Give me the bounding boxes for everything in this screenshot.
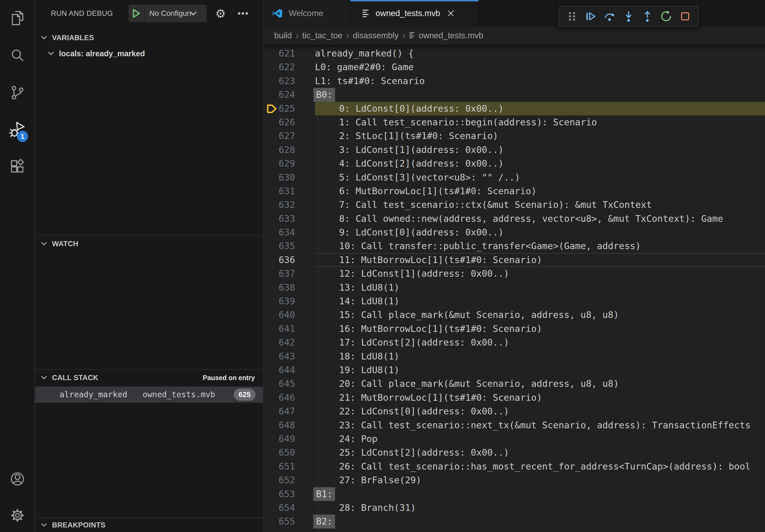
code-text[interactable]: 7: Call test_scenario::ctx(&mut Scenario… [308,198,652,212]
variables-scope-row[interactable]: locals: already_marked [35,46,263,61]
line-number[interactable]: 635 [264,239,308,253]
search-icon[interactable] [9,47,26,64]
line-number[interactable]: 624 [264,88,308,102]
line-number[interactable]: 636 [264,253,308,267]
line-number[interactable]: 627 [264,129,308,143]
line-number[interactable]: 630 [264,171,308,184]
code-text[interactable]: 19: LdU8(1) [308,363,399,377]
line-number[interactable]: 655 [264,515,308,528]
code-text[interactable]: 6: MutBorrowLoc[1](ts#1#0: Scenario) [308,184,537,198]
drag-handle-icon[interactable] [565,10,579,23]
line-number[interactable]: 649 [264,432,308,446]
line-number[interactable]: 628 [264,143,308,157]
code-text[interactable]: B0: [308,88,335,102]
line-number[interactable]: 637 [264,267,308,280]
tab-welcome[interactable]: Welcome [264,0,350,27]
line-number[interactable]: 648 [264,418,308,432]
line-number[interactable]: 632 [264,198,308,212]
restart-icon[interactable] [660,10,673,23]
line-number[interactable]: 639 [264,294,308,308]
breadcrumb-item[interactable]: build [274,31,292,40]
code-text[interactable]: 23: Call test_scenario::next_tx(&mut Sce… [308,418,751,432]
line-number[interactable]: 634 [264,226,308,239]
code-text[interactable]: 27: BrFalse(29) [308,473,421,487]
code-text[interactable]: 24: Pop [308,432,378,446]
code-text[interactable]: 12: LdConst[1](address: 0x00..) [308,267,509,280]
run-and-debug-icon[interactable]: 1 [9,121,26,138]
line-number[interactable]: 652 [264,473,308,487]
call-stack-frame-row[interactable]: already_marked owned_tests.mvb 625 [35,387,263,402]
settings-icon[interactable] [9,507,26,524]
code-text[interactable]: 1: Call test_scenario::begin(address): S… [308,116,597,129]
code-text[interactable]: 26: Call test_scenario::has_most_recent_… [308,460,751,473]
line-number[interactable]: 621 [264,47,308,60]
code-text[interactable]: 10: Call transfer::public_transfer<Game>… [308,239,641,253]
continue-icon[interactable] [584,10,597,23]
code-text[interactable]: 21: MutBorrowLoc[1](ts#1#0: Scenario) [308,391,542,404]
code-text[interactable]: 5: LdConst[3](vector<u8>: "" /..) [308,171,520,184]
line-number[interactable]: 647 [264,404,308,418]
views-more-actions-icon[interactable]: ⋯ [234,0,253,27]
code-text[interactable]: already_marked() { [308,47,413,60]
breakpoints-section-header[interactable]: BREAKPOINTS [35,518,263,532]
line-number[interactable]: 650 [264,446,308,459]
code-text[interactable]: 11: MutBorrowLoc[1](ts#1#0: Scenario) [308,253,542,267]
code-text[interactable]: 9: LdConst[0](address: 0x00..) [308,226,504,239]
code-text[interactable]: 17: LdConst[2](address: 0x00..) [308,336,509,349]
line-number[interactable]: 623 [264,74,308,88]
line-number[interactable]: 633 [264,212,308,226]
code-text[interactable]: 0: LdConst[0](address: 0x00..) [308,102,504,116]
line-number[interactable]: 625 [264,102,308,116]
code-text[interactable]: L1: ts#1#0: Scenario [308,74,424,88]
code-text[interactable]: 16: MutBorrowLoc[1](ts#1#0: Scenario) [308,322,542,336]
code-text[interactable]: 15: Call place_mark(&mut Scenario, addre… [308,308,619,322]
code-text[interactable]: 20: Call place_mark(&mut Scenario, addre… [308,377,619,391]
stop-icon[interactable] [678,10,692,23]
breadcrumb-file[interactable]: owned_tests.mvb [409,31,483,40]
code-text[interactable]: 22: LdConst[0](address: 0x00..) [308,404,509,418]
code-text[interactable]: 25: LdConst[2](address: 0x00..) [308,446,509,459]
breadcrumb-item[interactable]: tic_tac_toe [302,31,343,40]
line-number[interactable]: 645 [264,377,308,391]
line-number[interactable]: 654 [264,501,308,515]
code-text[interactable]: 8: Call owned::new(address, address, vec… [308,212,723,226]
debug-settings-gear-icon[interactable]: ⚙ [211,0,230,27]
code-text[interactable]: 14: LdU8(1) [308,294,399,308]
watch-section-header[interactable]: WATCH [35,235,263,252]
code-text[interactable]: 2: StLoc[1](ts#1#0: Scenario) [308,129,498,143]
code-text[interactable]: B2: [308,515,335,528]
line-number[interactable]: 643 [264,350,308,363]
line-number[interactable]: 629 [264,157,308,170]
line-number[interactable]: 640 [264,308,308,322]
code-text[interactable]: 18: LdU8(1) [308,350,399,363]
code-text[interactable]: 3: LdConst[1](address: 0x00..) [308,143,504,157]
line-number[interactable]: 644 [264,363,308,377]
line-number[interactable]: 646 [264,391,308,404]
extensions-icon[interactable] [9,158,26,176]
explorer-icon[interactable] [9,10,26,27]
code-text[interactable]: B1: [308,487,335,501]
line-number[interactable]: 651 [264,460,308,473]
step-into-icon[interactable] [622,10,635,23]
breadcrumb-item[interactable]: disassembly [353,31,398,40]
tab-owned-tests[interactable]: owned_tests.mvb [350,0,479,27]
code-text[interactable]: 28: Branch(31) [308,501,416,515]
line-number[interactable]: 638 [264,281,308,294]
source-control-icon[interactable] [9,84,26,101]
code-text[interactable]: 4: LdConst[2](address: 0x00..) [308,157,504,170]
line-number[interactable]: 641 [264,322,308,336]
line-number[interactable]: 626 [264,116,308,129]
variables-section-header[interactable]: VARIABLES [35,30,263,46]
step-over-icon[interactable] [603,10,616,23]
line-number[interactable]: 642 [264,336,308,349]
call-stack-section-header[interactable]: CALL STACK Paused on entry [35,369,263,386]
code-text[interactable]: L0: game#2#0: Game [308,60,413,74]
accounts-icon[interactable] [9,470,26,487]
step-out-icon[interactable] [641,10,654,23]
code-text[interactable]: 13: LdU8(1) [308,281,399,294]
line-number[interactable]: 631 [264,184,308,198]
start-debugging-button[interactable]: No Configura [128,5,207,22]
line-number[interactable]: 622 [264,60,308,74]
close-tab-icon[interactable] [447,10,454,17]
line-number[interactable]: 653 [264,487,308,501]
